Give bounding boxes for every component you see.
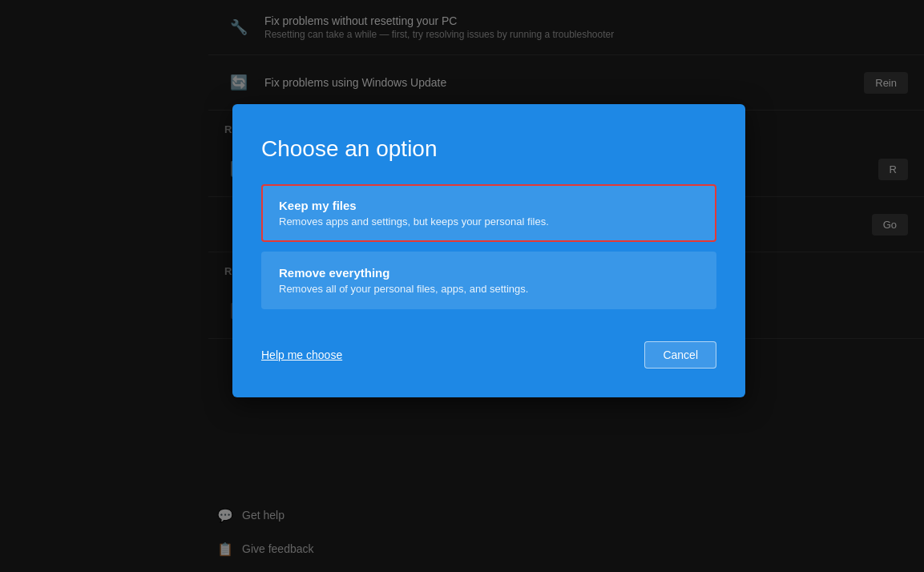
modal-title: Choose an option	[261, 136, 716, 162]
remove-everything-title: Remove everything	[279, 266, 699, 280]
keep-files-option[interactable]: Keep my files Removes apps and settings,…	[261, 184, 716, 242]
remove-everything-desc: Removes all of your personal files, apps…	[279, 283, 699, 295]
keep-files-desc: Removes apps and settings, but keeps you…	[279, 216, 699, 228]
remove-everything-option[interactable]: Remove everything Removes all of your pe…	[261, 252, 716, 309]
choose-option-dialog: Choose an option Keep my files Removes a…	[232, 104, 745, 397]
keep-files-title: Keep my files	[279, 199, 699, 212]
cancel-button[interactable]: Cancel	[644, 341, 716, 369]
modal-footer: Help me choose Cancel	[261, 341, 716, 369]
help-me-choose-link[interactable]: Help me choose	[261, 348, 342, 361]
